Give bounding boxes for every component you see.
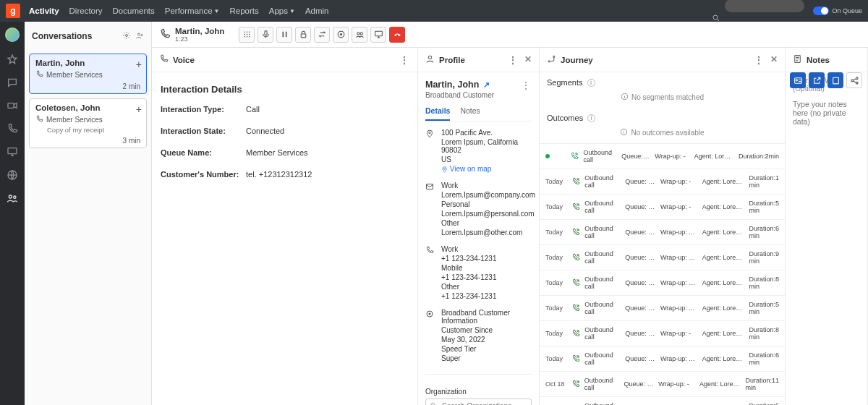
phone-outbound-icon [571, 177, 580, 186]
phone-icon[interactable] [7, 123, 18, 135]
journey-agent: Agent: Lorem Ipsum [702, 178, 745, 185]
detail-label: Interaction Type: [161, 105, 246, 114]
keypad-button[interactable] [239, 27, 255, 43]
address-line: US [441, 155, 532, 163]
secure-button[interactable] [295, 27, 311, 43]
journey-wrapup: Wrap-up: - [660, 178, 698, 185]
toggle-icon [813, 7, 829, 15]
tier-value: Super [441, 354, 532, 362]
tab-notes[interactable]: Notes [460, 106, 480, 121]
journey-type: Outbound call [584, 174, 621, 189]
journey-row[interactable]: Oct 18 Outbound call Queue: Lo… Wrap-up:… [540, 371, 785, 396]
add-person-icon[interactable] [135, 31, 144, 42]
global-search[interactable] [725, 0, 804, 22]
journey-agent: Agent: Lorem Ipsum [702, 229, 745, 236]
info-icon[interactable]: i [587, 79, 595, 87]
more-icon[interactable]: ⋮ [754, 54, 765, 66]
share-button[interactable] [846, 72, 862, 88]
nav-reports[interactable]: Reports [230, 7, 259, 15]
journey-date: Today [545, 254, 567, 261]
profile-title: Profile [439, 56, 465, 64]
nav-directory[interactable]: Directory [69, 7, 103, 15]
phone-icon [159, 54, 169, 65]
search-input[interactable] [725, 0, 804, 12]
nav-performance[interactable]: Performance▼ [165, 7, 220, 15]
globe-icon[interactable] [7, 169, 18, 181]
journey-row[interactable]: Today Outbound call Queue: Lo… Wrap-up: … [540, 219, 785, 244]
phone-icon [35, 70, 43, 80]
call-duration: 1:23 [175, 35, 224, 43]
gear-icon[interactable] [122, 31, 131, 42]
journey-row[interactable]: Today Outbound call Queue: Lo… Wrap-up: … [540, 194, 785, 219]
phone-outbound-icon [571, 228, 580, 236]
conversation-name: Coletosen, John [35, 103, 140, 112]
detail-value: Connected [246, 127, 284, 135]
conversations-title: Conversations [32, 31, 92, 41]
organization-search-input[interactable] [425, 398, 532, 405]
conversation-name: Martin, John [35, 59, 140, 67]
phone-value: +1 123-234-1231 [441, 292, 532, 300]
close-icon[interactable]: ✕ [524, 54, 532, 66]
hold-button[interactable] [276, 27, 292, 43]
close-icon[interactable]: ✕ [770, 54, 778, 66]
journey-wrapup: Wrap-up: MD7ED [660, 254, 698, 261]
tab-details[interactable]: Details [425, 106, 450, 121]
call-header: Martin, John 1:23 [152, 22, 868, 48]
email-value: Lorem.Ipsum@company.com [441, 191, 535, 199]
external-link-icon[interactable]: ↗ [483, 80, 490, 90]
phone-icon [159, 28, 171, 41]
journey-row[interactable]: Outbound call Queue: Lo… Wrap-up: - Agen… [540, 143, 785, 169]
conversation-card[interactable]: Coletosen, John + Member Services Copy o… [29, 98, 147, 148]
nav-documents[interactable]: Documents [113, 7, 155, 15]
journey-row[interactable]: Today Outbound call Queue: Lo… Wrap-up: … [540, 346, 785, 371]
plus-icon[interactable]: + [136, 103, 142, 115]
conversation-card[interactable]: Martin, John + Member Services 2 min [29, 54, 147, 94]
notes-textarea[interactable] [786, 97, 867, 129]
conversation-time: 2 min [35, 82, 140, 90]
journey-row[interactable]: Today Outbound call Queue: Lo… Wrap-up: … [540, 244, 785, 270]
record-button[interactable] [333, 27, 349, 43]
phone-label: Mobile [441, 264, 532, 272]
view-on-map-link[interactable]: View on map [441, 165, 532, 173]
journey-row[interactable]: Today Outbound call Queue: Lo… Wrap-up: … [540, 169, 785, 194]
search-icon [430, 402, 438, 405]
nav-activity[interactable]: Activity [29, 7, 59, 15]
more-icon[interactable]: ⋮ [521, 80, 532, 91]
video-icon[interactable] [7, 100, 18, 111]
journey-date [545, 153, 566, 160]
inbox-icon[interactable] [7, 146, 18, 158]
plus-icon[interactable]: + [136, 59, 142, 70]
outcomes-label: Outcomes [547, 114, 583, 122]
journey-row[interactable]: Oct 18 Outbound call Queue: Lo… Wrap-up:… [540, 396, 785, 405]
phone-outbound-icon [571, 202, 580, 211]
segments-label: Segments [547, 78, 583, 87]
journey-row[interactable]: Today Outbound call Queue: Lo… Wrap-up: … [540, 320, 785, 346]
chat-icon[interactable] [7, 77, 18, 88]
journey-panel: Journey ⋮ ✕ Segments i No segments match… [540, 48, 786, 405]
journey-queue: Queue: Lo… [625, 279, 656, 286]
notes-panel: Notes After Call Work (Optional) [786, 48, 868, 405]
consult-button[interactable] [352, 27, 367, 43]
script-button[interactable] [827, 72, 843, 88]
screen-share-button[interactable] [370, 27, 386, 43]
outcomes-msg: No outcomes available [631, 129, 704, 137]
transfer-button[interactable] [314, 27, 330, 43]
favorites-icon[interactable] [7, 54, 18, 65]
profile-card-button[interactable] [790, 72, 806, 88]
mute-button[interactable] [258, 27, 273, 43]
more-icon[interactable]: ⋮ [508, 54, 519, 66]
on-queue-toggle[interactable]: On Queue [813, 7, 862, 15]
journey-type: Outbound call [584, 351, 621, 366]
nav-apps[interactable]: Apps▼ [269, 7, 295, 15]
journey-wrapup: Wrap-up: Aban… [660, 229, 698, 236]
journey-row[interactable]: Today Outbound call Queue: Lo… Wrap-up: … [540, 270, 785, 295]
journey-row[interactable]: Today Outbound call Queue: Lo… Wrap-up: … [540, 295, 785, 320]
more-icon[interactable]: ⋮ [399, 54, 410, 66]
journey-date: Today [545, 279, 567, 286]
avatar[interactable] [5, 27, 20, 42]
hangup-button[interactable] [389, 27, 405, 43]
people-icon[interactable] [7, 192, 18, 204]
info-icon[interactable]: i [587, 114, 595, 122]
popout-button[interactable] [809, 72, 825, 88]
nav-admin[interactable]: Admin [305, 7, 329, 15]
